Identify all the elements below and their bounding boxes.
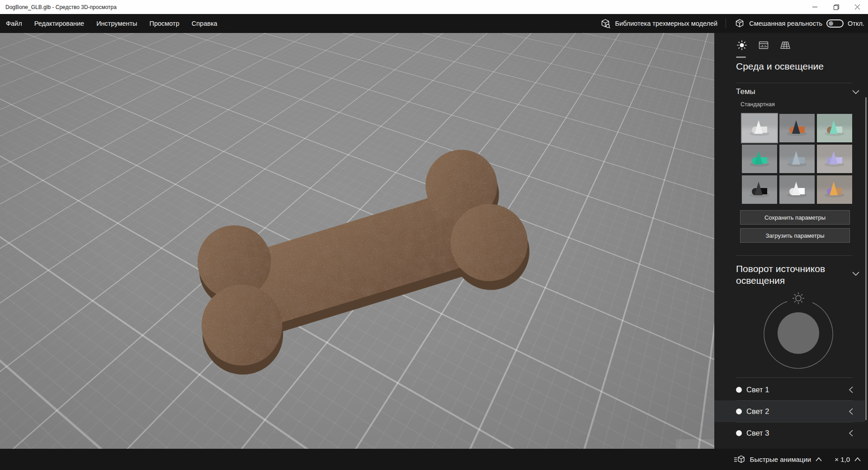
theme-thumbnail-5[interactable] bbox=[817, 145, 852, 173]
mixed-reality-toggle[interactable] bbox=[826, 19, 844, 28]
restore-icon bbox=[834, 5, 839, 10]
menu-item-0[interactable]: Файл bbox=[6, 20, 22, 27]
chevron-left-icon[interactable] bbox=[849, 430, 853, 437]
theme-preview-shapes bbox=[742, 145, 777, 173]
bottom-bar: Быстрые анимации × 1,0 bbox=[0, 449, 868, 470]
grid-icon bbox=[779, 40, 791, 51]
menu-bar: ФайлРедактированиеИнструментыПросмотрСпр… bbox=[0, 14, 868, 33]
theme-preview-shapes bbox=[742, 114, 777, 142]
menu-item-3[interactable]: Просмотр bbox=[150, 20, 179, 27]
mixed-reality-cube-icon bbox=[734, 18, 745, 29]
minimize-icon bbox=[812, 5, 817, 9]
theme-thumbnail-0[interactable] bbox=[742, 114, 777, 142]
menu-item-1[interactable]: Редактирование bbox=[34, 20, 84, 27]
close-icon bbox=[855, 5, 860, 9]
animation-speed-control[interactable]: × 1,0 bbox=[826, 456, 861, 463]
theme-preview-shapes bbox=[742, 175, 777, 204]
light-row-1[interactable]: Свет 1 bbox=[714, 379, 865, 400]
menu-divider bbox=[726, 19, 726, 28]
divider bbox=[736, 83, 853, 83]
panel-tabs bbox=[736, 39, 791, 51]
theme-grid bbox=[742, 114, 854, 204]
theme-preview-shapes bbox=[779, 114, 815, 142]
chevron-down-icon[interactable] bbox=[852, 90, 859, 94]
3d-viewer-window: DogBone_GLB.glb - Средство 3D-просмотра … bbox=[0, 0, 868, 470]
quick-animations-label: Быстрые анимации bbox=[750, 456, 811, 463]
model-library-button[interactable]: Библиотека трехмерных моделей bbox=[600, 18, 717, 29]
chevron-up-icon[interactable] bbox=[854, 457, 861, 461]
environment-panel: Среда и освещение Темы Стандартная bbox=[714, 33, 868, 449]
light-label: Свет 1 bbox=[746, 385, 769, 394]
theme-thumbnail-3[interactable] bbox=[742, 145, 777, 173]
close-button[interactable] bbox=[847, 0, 868, 14]
theme-thumbnail-2[interactable] bbox=[817, 114, 852, 142]
restore-button[interactable] bbox=[826, 0, 847, 14]
theme-thumbnail-6[interactable] bbox=[742, 175, 777, 204]
chevron-up-icon[interactable] bbox=[816, 457, 822, 461]
tab-environment-lighting[interactable] bbox=[736, 39, 748, 51]
light-rotation-dial[interactable] bbox=[758, 291, 839, 375]
themes-header[interactable]: Темы bbox=[736, 87, 755, 96]
themes-group-label: Стандартная bbox=[741, 101, 775, 108]
theme-preview-shapes bbox=[817, 145, 852, 173]
light-row-2[interactable]: Свет 2 bbox=[714, 400, 865, 422]
main-menu: ФайлРедактированиеИнструментыПросмотрСпр… bbox=[0, 20, 217, 27]
light-color-swatch[interactable] bbox=[736, 387, 742, 393]
window-controls bbox=[804, 0, 868, 14]
light-label: Свет 3 bbox=[746, 429, 769, 437]
cube-magnifier-icon bbox=[600, 18, 611, 29]
light-color-swatch[interactable] bbox=[736, 409, 742, 414]
light-rotation-header[interactable]: Поворот источников освещения bbox=[736, 263, 831, 287]
active-tab-underline bbox=[736, 56, 746, 58]
light-color-swatch[interactable] bbox=[736, 430, 742, 436]
divider bbox=[736, 255, 853, 256]
theme-thumbnail-7[interactable] bbox=[779, 175, 815, 204]
load-settings-button[interactable]: Загрузить параметры bbox=[740, 228, 850, 243]
minimize-button[interactable] bbox=[804, 0, 826, 14]
divider bbox=[736, 377, 853, 378]
speed-value: × 1,0 bbox=[835, 456, 850, 463]
title-bar: DogBone_GLB.glb - Средство 3D-просмотра bbox=[0, 0, 868, 14]
theme-thumbnail-4[interactable] bbox=[779, 145, 815, 173]
stats-icon bbox=[758, 40, 769, 51]
menu-item-2[interactable]: Инструменты bbox=[96, 20, 137, 27]
chevron-left-icon[interactable] bbox=[849, 408, 853, 415]
tab-grid-settings[interactable] bbox=[779, 39, 791, 51]
panel-title: Среда и освещение bbox=[736, 61, 824, 72]
theme-preview-shapes bbox=[779, 175, 815, 204]
chevron-down-icon[interactable] bbox=[852, 272, 859, 276]
mixed-reality-group: Смешанная реальность Откл. bbox=[734, 18, 864, 29]
animations-cube-icon bbox=[734, 455, 745, 465]
model-library-label: Библиотека трехмерных моделей bbox=[615, 20, 717, 27]
tab-stats[interactable] bbox=[758, 39, 769, 51]
theme-thumbnail-1[interactable] bbox=[779, 114, 815, 142]
viewport-3d[interactable] bbox=[0, 33, 714, 449]
window-title: DogBone_GLB.glb - Средство 3D-просмотра bbox=[0, 4, 117, 10]
mixed-reality-label: Смешанная реальность bbox=[749, 20, 822, 27]
fading-tooltip bbox=[676, 439, 714, 449]
chevron-left-icon[interactable] bbox=[849, 386, 853, 393]
quick-animations-button[interactable]: Быстрые анимации bbox=[734, 455, 822, 465]
dial-knob[interactable] bbox=[778, 312, 819, 354]
light-label: Свет 2 bbox=[746, 407, 769, 416]
theme-thumbnail-8[interactable] bbox=[817, 175, 852, 204]
dial-sun-icon bbox=[793, 292, 804, 304]
mixed-reality-state: Откл. bbox=[848, 20, 864, 27]
panel-scrollbar[interactable] bbox=[865, 97, 867, 420]
sun-icon bbox=[736, 40, 747, 51]
theme-preview-shapes bbox=[817, 175, 852, 204]
save-settings-button[interactable]: Сохранить параметры bbox=[740, 210, 850, 225]
theme-preview-shapes bbox=[817, 114, 852, 142]
toggle-knob bbox=[829, 21, 833, 26]
menu-item-4[interactable]: Справка bbox=[192, 20, 217, 27]
theme-preview-shapes bbox=[779, 145, 815, 173]
light-row-3[interactable]: Свет 3 bbox=[714, 422, 865, 444]
menu-right-group: Библиотека трехмерных моделей Смешанная … bbox=[600, 14, 864, 33]
